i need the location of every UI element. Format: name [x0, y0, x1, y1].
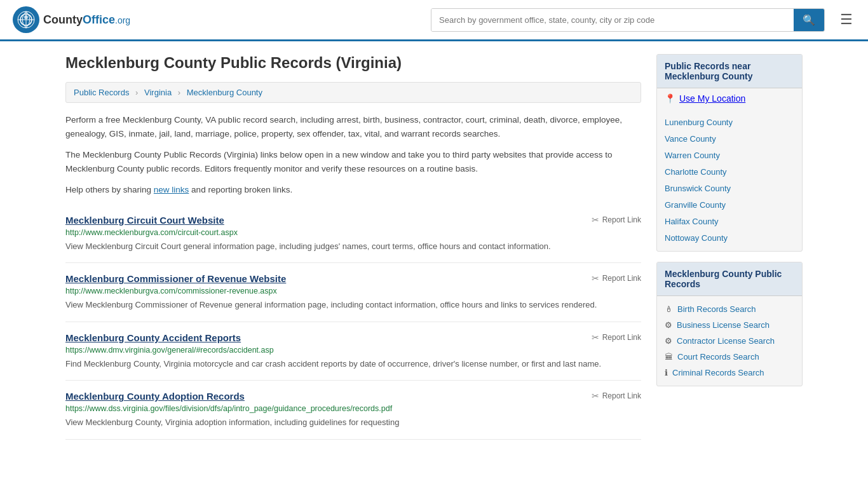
county-link[interactable]: Vance County	[665, 134, 716, 144]
report-link-button[interactable]: ✂ Report Link	[592, 391, 641, 401]
result-title[interactable]: Mecklenburg County Accident Reports	[65, 332, 241, 343]
county-link[interactable]: Granville County	[665, 200, 726, 210]
report-link-button[interactable]: ✂ Report Link	[592, 215, 641, 225]
result-url[interactable]: https://www.dss.virginia.gov/files/divis…	[65, 404, 641, 413]
breadcrumb-mecklenburg[interactable]: Mecklenburg County	[187, 88, 262, 97]
use-my-location[interactable]: 📍 Use My Location	[657, 88, 802, 109]
report-icon: ✂	[592, 391, 599, 401]
report-icon: ✂	[592, 215, 599, 225]
criminal-records-link[interactable]: Criminal Records Search	[672, 368, 764, 377]
new-links[interactable]: new links	[154, 185, 189, 194]
list-item: Warren County	[657, 147, 802, 163]
result-title[interactable]: Mecklenburg County Adoption Records	[65, 391, 245, 402]
result-desc: View Mecklenburg Commissioner of Revenue…	[65, 299, 641, 311]
birth-records-icon: 🕯	[665, 304, 673, 314]
sidebar: Public Records near Mecklenburg County 📍…	[656, 54, 803, 440]
records-title: Mecklenburg County Public Records	[657, 262, 802, 296]
use-location-link[interactable]: Use My Location	[679, 93, 745, 104]
criminal-records-icon: ℹ	[665, 368, 668, 377]
report-link-button[interactable]: ✂ Report Link	[592, 273, 641, 283]
result-title[interactable]: Mecklenburg Circuit Court Website	[65, 215, 224, 226]
result-item: Mecklenburg County Adoption Records ✂ Re…	[65, 381, 641, 440]
list-item: ⚙ Contractor License Search	[657, 333, 802, 349]
report-link-button[interactable]: ✂ Report Link	[592, 332, 641, 342]
search-input[interactable]	[431, 9, 794, 31]
contractor-license-link[interactable]: Contractor License Search	[677, 336, 775, 346]
records-section: Mecklenburg County Public Records 🕯 Birt…	[656, 262, 803, 386]
court-records-icon: 🏛	[665, 352, 673, 362]
result-desc: Find Mecklenburg County, Virginia motorc…	[65, 358, 641, 370]
nearby-section: Public Records near Mecklenburg County 📍…	[656, 54, 803, 252]
list-item: Granville County	[657, 196, 802, 213]
county-link[interactable]: Lunenburg County	[665, 118, 733, 127]
birth-records-link[interactable]: Birth Records Search	[677, 304, 756, 314]
list-item: 🏛 Court Records Search	[657, 349, 802, 365]
search-bar: 🔍	[431, 8, 825, 32]
result-title[interactable]: Mecklenburg Commissioner of Revenue Webs…	[65, 273, 286, 284]
county-link[interactable]: Halifax County	[665, 217, 719, 226]
logo-text: CountyOffice.org	[43, 13, 130, 27]
list-item: Lunenburg County	[657, 114, 802, 130]
records-list: 🕯 Birth Records Search ⚙ Business Licens…	[657, 296, 802, 386]
result-item: Mecklenburg County Accident Reports ✂ Re…	[65, 322, 641, 381]
page-title: Mecklenburg County Public Records (Virgi…	[65, 54, 641, 72]
result-url[interactable]: http://www.mecklenburgva.com/commissione…	[65, 287, 641, 295]
county-link[interactable]: Charlotte County	[665, 167, 727, 177]
result-desc: View Mecklenburg Circuit Court general i…	[65, 240, 641, 253]
list-item: 🕯 Birth Records Search	[657, 301, 802, 317]
breadcrumb-public-records[interactable]: Public Records	[74, 88, 129, 97]
result-header: Mecklenburg County Accident Reports ✂ Re…	[65, 332, 641, 343]
contractor-license-icon: ⚙	[665, 336, 672, 346]
breadcrumb: Public Records › Virginia › Mecklenburg …	[65, 82, 641, 103]
breadcrumb-virginia[interactable]: Virginia	[144, 88, 172, 97]
result-desc: View Mecklenburg County, Virginia adopti…	[65, 416, 641, 429]
list-item: Nottoway County	[657, 229, 802, 246]
description-2: The Mecklenburg County Public Records (V…	[65, 148, 641, 175]
result-header: Mecklenburg Circuit Court Website ✂ Repo…	[65, 215, 641, 226]
menu-icon[interactable]: ☰	[837, 9, 855, 30]
result-header: Mecklenburg Commissioner of Revenue Webs…	[65, 273, 641, 284]
list-item: Vance County	[657, 130, 802, 147]
nearby-counties-list: Lunenburg County Vance County Warren Cou…	[657, 109, 802, 251]
list-item: Charlotte County	[657, 163, 802, 180]
county-link[interactable]: Nottoway County	[665, 233, 728, 243]
nearby-title: Public Records near Mecklenburg County	[657, 55, 802, 88]
list-item: Brunswick County	[657, 180, 802, 196]
results-list: Mecklenburg Circuit Court Website ✂ Repo…	[65, 205, 641, 440]
result-url[interactable]: https://www.dmv.virginia.gov/general/#re…	[65, 346, 641, 355]
result-item: Mecklenburg Circuit Court Website ✂ Repo…	[65, 205, 641, 264]
main-container: Mecklenburg County Public Records (Virgi…	[53, 41, 815, 452]
county-link[interactable]: Brunswick County	[665, 184, 731, 193]
result-url[interactable]: http://www.mecklenburgva.com/circuit-cou…	[65, 228, 641, 237]
list-item: Halifax County	[657, 213, 802, 229]
logo-icon	[13, 6, 39, 33]
search-button[interactable]: 🔍	[794, 9, 824, 31]
list-item: ℹ Criminal Records Search	[657, 365, 802, 381]
svg-point-4	[24, 15, 28, 19]
court-records-link[interactable]: Court Records Search	[677, 352, 759, 362]
header: CountyOffice.org 🔍 ☰	[0, 0, 868, 41]
report-icon: ✂	[592, 332, 599, 342]
business-license-icon: ⚙	[665, 320, 672, 330]
result-header: Mecklenburg County Adoption Records ✂ Re…	[65, 391, 641, 402]
report-icon: ✂	[592, 273, 599, 283]
result-item: Mecklenburg Commissioner of Revenue Webs…	[65, 263, 641, 322]
business-license-link[interactable]: Business License Search	[677, 320, 770, 330]
list-item: ⚙ Business License Search	[657, 317, 802, 333]
description-3: Help others by sharing new links and rep…	[65, 183, 641, 197]
description-1: Perform a free Mecklenburg County, VA pu…	[65, 113, 641, 140]
logo[interactable]: CountyOffice.org	[13, 6, 130, 33]
location-pin-icon: 📍	[665, 93, 675, 104]
county-link[interactable]: Warren County	[665, 151, 720, 160]
main-content: Mecklenburg County Public Records (Virgi…	[65, 54, 641, 440]
